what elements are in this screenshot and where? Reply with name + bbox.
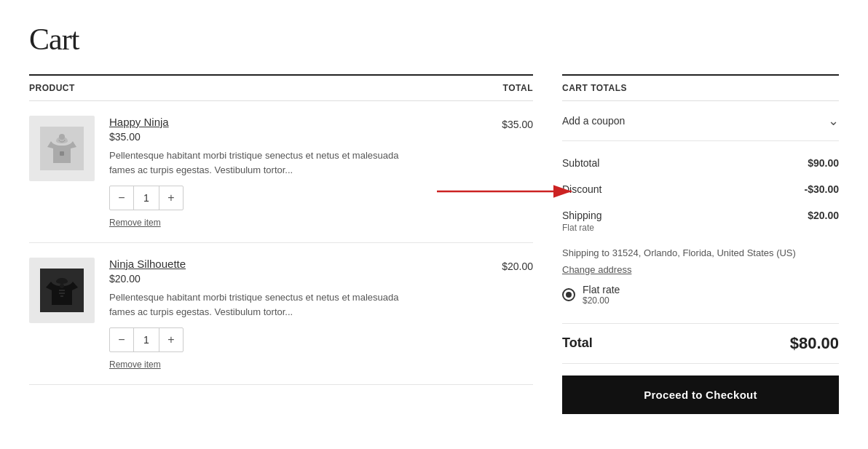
item-1-quantity-control: − 1 + bbox=[109, 186, 184, 210]
table-row: Ninja Silhouette $20.00 Pellentesque hab… bbox=[29, 243, 533, 385]
item-2-qty-increase[interactable]: + bbox=[159, 328, 183, 351]
flat-rate-details: Flat rate $20.00 bbox=[583, 284, 620, 306]
item-2-quantity-control: − 1 + bbox=[109, 327, 184, 352]
item-1-remove-button[interactable]: Remove item bbox=[109, 218, 161, 228]
item-1-details: Happy Ninja $35.00 Pellentesque habitant… bbox=[109, 116, 467, 228]
total-row: Total $80.00 bbox=[562, 323, 839, 364]
cart-table-header: PRODUCT TOTAL bbox=[29, 74, 533, 101]
checkout-button[interactable]: Proceed to Checkout bbox=[562, 376, 839, 414]
page-title: Cart bbox=[29, 22, 839, 57]
item-2-name[interactable]: Ninja Silhouette bbox=[109, 258, 186, 270]
shipping-sub: Flat rate bbox=[562, 223, 602, 233]
shipping-option-flat-rate[interactable]: Flat rate $20.00 bbox=[562, 284, 839, 306]
flat-rate-name: Flat rate bbox=[583, 284, 620, 295]
sidebar-title: CART TOTALS bbox=[562, 74, 839, 101]
page-wrapper: Cart PRODUCT TOTAL bbox=[0, 0, 868, 449]
subtotal-label: Subtotal bbox=[562, 157, 599, 169]
shipping-row: Shipping Flat rate $20.00 bbox=[562, 202, 839, 240]
discount-value: -$30.00 bbox=[805, 183, 839, 195]
shipping-value: $20.00 bbox=[808, 210, 839, 221]
cart-sidebar: CART TOTALS Add a coupon ⌄ Subtotal $90.… bbox=[562, 74, 839, 414]
total-label: Total bbox=[562, 335, 593, 351]
subtotal-value: $90.00 bbox=[808, 157, 839, 169]
cart-layout: PRODUCT TOTAL Happy bbox=[29, 74, 839, 414]
chevron-down-icon: ⌄ bbox=[828, 113, 839, 129]
discount-label: Discount bbox=[562, 183, 601, 195]
shipping-options: Flat rate $20.00 bbox=[562, 284, 839, 306]
item-2-qty-decrease[interactable]: − bbox=[110, 328, 133, 351]
total-value: $80.00 bbox=[790, 334, 839, 353]
item-2-qty-value: 1 bbox=[133, 328, 159, 351]
item-image-tshirt bbox=[29, 258, 95, 323]
cart-main: PRODUCT TOTAL Happy bbox=[29, 74, 533, 385]
item-2-price: $20.00 bbox=[109, 273, 467, 285]
totals-section: Subtotal $90.00 Discount -$30.00 Shippin… bbox=[562, 141, 839, 323]
shipping-label: Shipping bbox=[562, 210, 602, 221]
flat-rate-radio bbox=[562, 288, 575, 301]
item-1-name[interactable]: Happy Ninja bbox=[109, 116, 169, 128]
header-product: PRODUCT bbox=[29, 83, 75, 93]
item-2-remove-button[interactable]: Remove item bbox=[109, 359, 161, 370]
discount-row: Discount -$30.00 bbox=[562, 176, 839, 202]
item-1-qty-decrease[interactable]: − bbox=[110, 186, 133, 210]
subtotal-row: Subtotal $90.00 bbox=[562, 150, 839, 176]
item-2-total: $20.00 bbox=[482, 258, 533, 272]
svg-point-4 bbox=[60, 284, 64, 288]
change-address-link[interactable]: Change address bbox=[562, 264, 631, 275]
item-2-details: Ninja Silhouette $20.00 Pellentesque hab… bbox=[109, 258, 467, 370]
shipping-address: Shipping to 31524, Orlando, Florida, Uni… bbox=[562, 246, 839, 261]
item-image-hoodie bbox=[29, 116, 95, 181]
table-row: Happy Ninja $35.00 Pellentesque habitant… bbox=[29, 101, 533, 243]
item-2-description: Pellentesque habitant morbi tristique se… bbox=[109, 290, 415, 319]
radio-dot bbox=[566, 292, 572, 298]
item-1-qty-value: 1 bbox=[133, 186, 159, 210]
coupon-label: Add a coupon bbox=[562, 115, 625, 127]
coupon-row[interactable]: Add a coupon ⌄ bbox=[562, 101, 839, 141]
item-1-price: $35.00 bbox=[109, 131, 467, 143]
header-total: TOTAL bbox=[503, 83, 533, 93]
item-1-qty-increase[interactable]: + bbox=[159, 186, 183, 210]
shipping-label-group: Shipping Flat rate bbox=[562, 210, 602, 233]
item-1-total: $35.00 bbox=[482, 116, 533, 130]
item-1-description: Pellentesque habitant morbi tristique se… bbox=[109, 148, 415, 177]
svg-rect-2 bbox=[60, 151, 64, 156]
flat-rate-price: $20.00 bbox=[583, 295, 620, 306]
svg-point-1 bbox=[59, 134, 65, 140]
